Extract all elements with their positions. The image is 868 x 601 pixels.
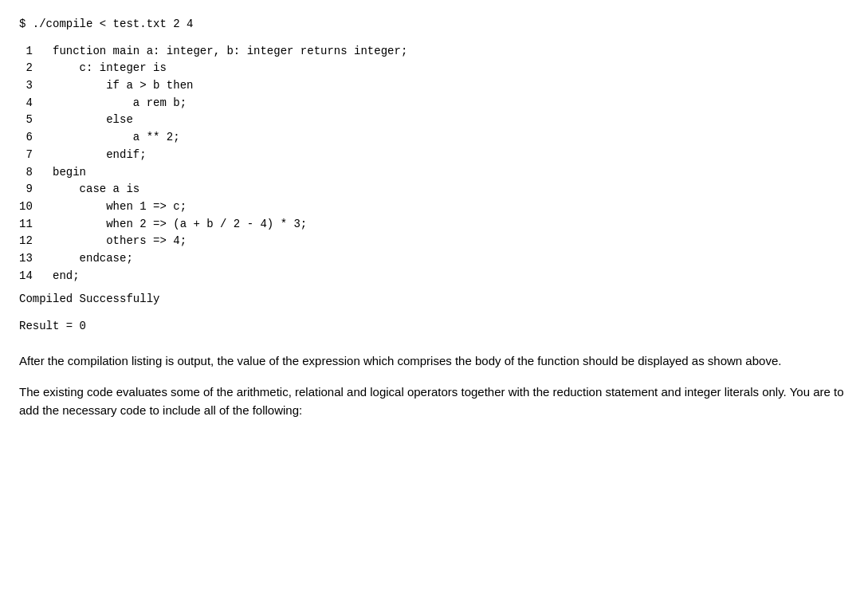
result-text: Result = 0 — [19, 320, 86, 332]
code-block: 1 function main a: integer, b: integer r… — [19, 43, 849, 285]
prose-paragraph-2: The existing code evaluates some of the … — [19, 383, 848, 420]
prose-paragraph-1: After the compilation listing is output,… — [19, 352, 848, 370]
compiled-text: Compiled Successfully — [19, 293, 159, 305]
command-line: $ ./compile < test.txt 2 4 — [19, 16, 849, 33]
compiled-message: Compiled Successfully — [19, 291, 849, 308]
command-text: $ ./compile < test.txt 2 4 — [19, 18, 193, 30]
result-line: Result = 0 — [19, 318, 849, 336]
